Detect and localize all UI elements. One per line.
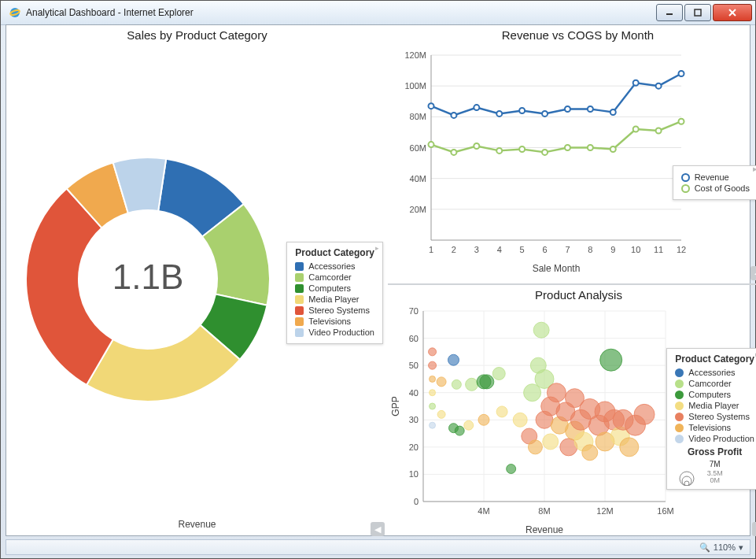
svg-point-55 bbox=[656, 128, 662, 133]
svg-text:80M: 80M bbox=[410, 112, 426, 121]
window-title: Analytical Dashboard - Internet Explorer bbox=[26, 7, 655, 18]
size-legend: 7M 3.5M 0M bbox=[675, 461, 754, 484]
legend-label: Televisions bbox=[308, 317, 351, 326]
legend-label: Revenue bbox=[695, 172, 729, 182]
legend-item[interactable]: Video Production bbox=[675, 434, 754, 443]
legend-title: Product Category bbox=[675, 354, 754, 365]
zoom-control[interactable]: 🔍 110% ▾ bbox=[699, 542, 743, 553]
legend-label: Accessories bbox=[308, 261, 355, 271]
svg-text:Revenue: Revenue bbox=[526, 524, 563, 535]
legend-label: Accessories bbox=[688, 368, 735, 377]
svg-point-102 bbox=[478, 414, 489, 425]
legend-item[interactable]: Stereo Systems bbox=[295, 305, 374, 315]
legend-item[interactable]: Computers bbox=[295, 283, 374, 293]
svg-point-110 bbox=[533, 322, 549, 338]
svg-point-105 bbox=[507, 465, 516, 474]
panel-nav-icon[interactable]: ◀ bbox=[752, 522, 756, 536]
svg-text:20M: 20M bbox=[410, 205, 426, 214]
svg-point-91 bbox=[430, 422, 436, 428]
line-chart[interactable]: 20M40M60M80M100M120M123456789101112Sale … bbox=[388, 43, 756, 280]
svg-point-133 bbox=[620, 438, 639, 457]
legend-label: Camcorder bbox=[688, 379, 731, 388]
svg-point-90 bbox=[430, 403, 436, 409]
svg-text:12: 12 bbox=[677, 245, 686, 254]
svg-point-50 bbox=[542, 150, 548, 155]
titlebar[interactable]: Analytical Dashboard - Internet Explorer bbox=[1, 1, 755, 25]
svg-point-51 bbox=[565, 145, 570, 150]
ie-favicon bbox=[9, 6, 21, 19]
svg-text:10: 10 bbox=[409, 469, 419, 479]
legend-item[interactable]: Televisions bbox=[675, 423, 754, 432]
legend-expand-icon[interactable]: ▸ bbox=[751, 165, 756, 172]
legend-item[interactable]: Stereo Systems bbox=[675, 412, 754, 421]
svg-point-92 bbox=[437, 377, 446, 387]
svg-text:60: 60 bbox=[409, 334, 419, 343]
legend-item[interactable]: Media Player bbox=[295, 294, 374, 304]
legend-item[interactable]: Camcorder bbox=[295, 272, 374, 282]
legend-item[interactable]: Camcorder bbox=[675, 379, 754, 388]
legend-label: Video Production bbox=[688, 434, 754, 443]
svg-text:2: 2 bbox=[452, 245, 456, 254]
panel-product-analysis: Product Analysis 0102030405060704M8M12M1… bbox=[388, 285, 756, 539]
legend-item[interactable]: Video Production bbox=[295, 328, 374, 337]
svg-point-87 bbox=[429, 361, 437, 369]
client-area: Revenue vs COGS by Month 20M40M60M80M100… bbox=[6, 24, 750, 536]
legend-revenue-cogs: ▸ Revenue Cost of Goods bbox=[673, 165, 756, 200]
panel-nav-icon[interactable]: ◀ bbox=[371, 522, 385, 536]
svg-text:11: 11 bbox=[654, 245, 663, 254]
svg-text:20: 20 bbox=[409, 442, 419, 452]
svg-text:6: 6 bbox=[542, 245, 547, 254]
legend-label: Media Player bbox=[688, 401, 739, 410]
svg-point-39 bbox=[565, 106, 570, 112]
maximize-button[interactable] bbox=[684, 4, 711, 21]
statusbar: 🔍 110% ▾ bbox=[6, 539, 750, 555]
svg-point-88 bbox=[430, 376, 436, 382]
window-buttons bbox=[655, 4, 752, 21]
close-button[interactable] bbox=[713, 4, 752, 21]
legend-item[interactable]: Media Player bbox=[675, 401, 754, 410]
svg-text:4: 4 bbox=[497, 245, 502, 254]
svg-point-47 bbox=[474, 143, 479, 149]
svg-text:40M: 40M bbox=[410, 174, 426, 183]
legend-item[interactable]: Computers bbox=[675, 390, 754, 399]
svg-point-42 bbox=[633, 80, 639, 86]
svg-text:100M: 100M bbox=[404, 81, 426, 91]
svg-point-103 bbox=[496, 406, 507, 417]
legend-label: Video Production bbox=[308, 328, 374, 337]
svg-point-89 bbox=[430, 390, 436, 396]
panel-revenue-cogs: Revenue vs COGS by Month 20M40M60M80M100… bbox=[388, 25, 756, 285]
legend-expand-icon[interactable]: ▸ bbox=[375, 244, 379, 252]
legend-label: Stereo Systems bbox=[308, 305, 370, 315]
svg-point-45 bbox=[429, 142, 434, 147]
svg-point-49 bbox=[519, 146, 525, 152]
svg-text:120M: 120M bbox=[404, 50, 426, 60]
svg-point-37 bbox=[519, 108, 525, 113]
svg-point-104 bbox=[492, 368, 505, 380]
legend-title: Product Category bbox=[295, 247, 374, 258]
legend-item[interactable]: Televisions bbox=[295, 317, 374, 326]
zoom-value: 110% bbox=[714, 542, 736, 552]
chart-title: Sales by Product Category bbox=[6, 28, 388, 42]
svg-point-97 bbox=[455, 426, 464, 435]
svg-point-101 bbox=[480, 375, 494, 389]
svg-point-135 bbox=[634, 404, 655, 424]
svg-text:70: 70 bbox=[409, 306, 419, 316]
legend-item[interactable]: Accessories bbox=[295, 261, 374, 271]
svg-text:GPP: GPP bbox=[390, 396, 401, 416]
svg-point-99 bbox=[464, 420, 474, 430]
svg-text:10: 10 bbox=[631, 245, 640, 254]
panel-nav-icon[interactable]: ◀ bbox=[750, 266, 756, 280]
svg-text:1: 1 bbox=[429, 245, 433, 254]
svg-text:4M: 4M bbox=[478, 506, 489, 516]
svg-point-56 bbox=[679, 119, 684, 124]
svg-point-48 bbox=[496, 148, 502, 154]
svg-point-35 bbox=[474, 105, 479, 110]
svg-rect-3 bbox=[695, 9, 701, 16]
chevron-down-icon[interactable]: ▾ bbox=[739, 542, 743, 553]
legend-item[interactable]: Accessories bbox=[675, 368, 754, 377]
svg-point-40 bbox=[588, 106, 593, 112]
minimize-button[interactable] bbox=[656, 4, 683, 21]
svg-point-33 bbox=[429, 103, 434, 109]
svg-text:40: 40 bbox=[409, 388, 419, 398]
svg-text:1.1B: 1.1B bbox=[112, 257, 184, 296]
